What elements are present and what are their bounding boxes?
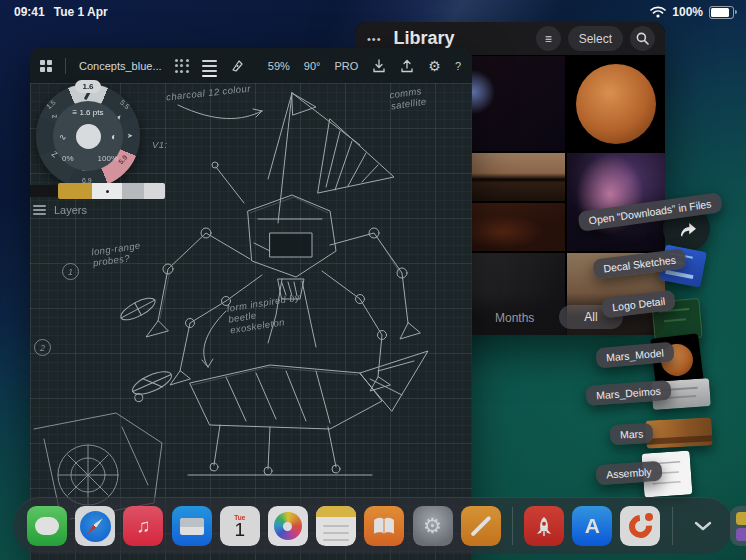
select-button[interactable]: Select [568,26,623,51]
concepts-app-window: Concepts_blue... 59% 90° PRO [30,48,472,560]
pro-badge[interactable]: PRO [334,60,358,72]
pressure-icon: ∿ [59,132,67,142]
concepts-toolbar: Concepts_blue... 59% 90° PRO [30,48,472,83]
notes-header [316,506,356,517]
drag-item-mars-deimos[interactable]: Mars_Deimos [585,380,671,404]
calendar-day: 1 [234,521,245,539]
appstore-a-icon: A [585,514,600,538]
swatch-gray[interactable] [122,183,144,199]
dock-app-mail[interactable] [172,506,212,546]
swatch-white-selected[interactable] [92,183,122,199]
dock-app-photos[interactable] [268,506,308,546]
compass-icon [80,511,111,542]
dock-app-music[interactable]: ♫ [123,506,163,546]
annotation-number-2: 2 [34,339,51,356]
dock-app-appstore[interactable]: A [572,506,612,546]
date: Tue 1 Apr [54,5,108,19]
dock-app-books[interactable] [364,506,404,546]
smoothing-icon: ◐ [111,131,117,142]
active-size-badge: 1.6 [75,80,101,93]
app-library-grid-icon [736,512,746,541]
gear-icon: ⚙ [423,514,442,538]
layers-button[interactable]: Layers [33,204,87,216]
open-book-icon [371,515,397,537]
swatch-gold[interactable] [58,183,92,199]
search-icon [636,32,649,45]
ipad-screen: 09:41 Tue 1 Apr 100% Months All [0,0,746,560]
toolbar-divider [65,58,66,74]
speech-bubble-icon [35,517,59,535]
dock-app-notes[interactable] [316,506,356,546]
drag-label: Mars [610,423,654,445]
battery-percent: 100% [672,5,703,19]
dock: ♫ Tue 1 ⚙ [14,497,732,554]
pen-mode-icon[interactable] [230,58,245,73]
dock-collapse-chevron[interactable] [690,521,716,531]
forward-arrow-icon [675,217,699,241]
search-button[interactable] [630,26,655,51]
dock-app-concepts-pen[interactable] [461,506,501,546]
dock-app-library[interactable] [730,506,746,546]
dock-app-messages[interactable] [27,506,67,546]
import-icon[interactable] [372,59,386,73]
help-button[interactable]: ? [455,60,461,72]
music-note-icon: ♫ [136,515,150,537]
drawing-canvas[interactable]: charcoal 12 colour commssatellite V1: lo… [30,83,472,560]
segment-months[interactable]: Months [495,311,534,325]
color-swatch-bar [30,182,165,200]
tool-wheel-center[interactable]: ≡ 1.6 pts ∿ ◐ 0% 100% [53,101,123,171]
rotation-value[interactable]: 90° [304,60,321,72]
flower-icon [274,512,302,540]
tools-menu-icon[interactable] [202,60,217,72]
color-well[interactable] [76,124,101,149]
dock-app-settings[interactable]: ⚙ [413,506,453,546]
library-title: Library [394,28,455,49]
dock-app-c-logo[interactable] [620,506,660,546]
pen-icon [470,516,491,537]
rocket-icon [532,514,556,538]
annotation-v1: V1: [152,139,167,150]
envelope-icon [180,518,204,535]
dock-app-rocket[interactable] [524,506,564,546]
gallery-icon[interactable] [40,60,52,72]
document-title[interactable]: Concepts_blue... [79,60,162,72]
swatch-black[interactable] [30,185,58,197]
clock: 09:41 [14,5,45,19]
layers-icon [33,205,46,215]
selection-tool-icon: ➤ [127,132,133,140]
settings-gear-icon[interactable]: ⚙ [428,58,441,74]
layers-label: Layers [54,204,87,216]
dock-divider [512,507,513,545]
dock-app-safari[interactable] [75,506,115,546]
opacity-min: 0% [62,154,74,163]
zoom-level[interactable]: 59% [268,60,290,72]
stroke-width-value: 1.6 pts [79,108,103,117]
more-options-icon[interactable]: ••• [367,33,382,45]
tool-wheel[interactable]: 1.5 5.5 6.9 5.9 ∿ ▲ ➤ Z ▱ ▮ ≡ 1.6 pts ∿ … [36,84,140,188]
status-bar: 09:41 Tue 1 Apr 100% [0,0,746,24]
opacity-max: 100% [98,154,118,163]
swatch-silver[interactable] [144,183,165,199]
chevron-down-icon [694,521,712,531]
dock-app-calendar[interactable]: Tue 1 [220,506,260,546]
export-icon[interactable] [400,59,414,73]
mars-planet-image [576,64,656,144]
filter-button[interactable]: ≡ [536,26,561,51]
photo-thumbnail-mars-planet[interactable] [567,56,665,151]
grid-settings-icon[interactable] [175,59,189,73]
dock-divider [672,507,673,545]
annotation-number-1: 1 [62,263,79,280]
wifi-icon [650,6,666,18]
battery-icon [709,6,734,19]
drag-item-mars[interactable]: Mars [610,423,654,443]
drag-item-assembly[interactable]: Assembly [595,461,662,484]
drag-thumb-mars[interactable] [645,417,712,448]
